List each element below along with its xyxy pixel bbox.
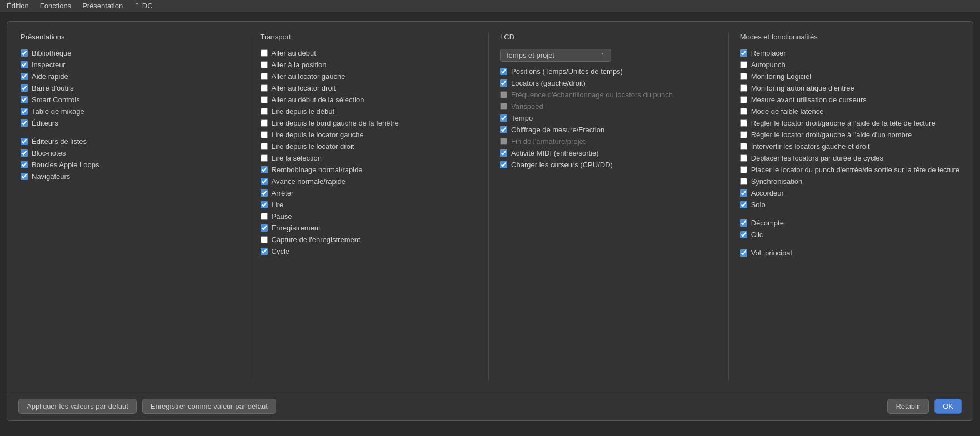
checkbox-rembobinage[interactable]: Rembobinage normal/rapide — [261, 166, 478, 174]
column-transport: Transport Aller au début Aller à la posi… — [261, 33, 489, 380]
checkbox-autopunch[interactable]: Autopunch — [740, 61, 959, 69]
checkbox-deplacer-locators[interactable]: Déplacer les locators par durée de cycle… — [740, 154, 959, 162]
checkbox-regler-locator-nombre[interactable]: Régler le locator droit/gauche à l'aide … — [740, 131, 959, 139]
checkbox-boucles-apple[interactable]: Boucles Apple Loops — [21, 161, 238, 169]
checkbox-positions[interactable]: Positions (Temps/Unités de temps) — [500, 67, 717, 76]
checkbox-enregistrement[interactable]: Enregistrement — [261, 224, 478, 232]
checkbox-aller-locator-gauche[interactable]: Aller au locator gauche — [261, 72, 478, 81]
checkbox-aide-rapide[interactable]: Aide rapide — [21, 72, 238, 81]
checkbox-regler-locator-tete[interactable]: Régler le locator droit/gauche à l'aide … — [740, 119, 959, 127]
checkbox-decompte[interactable]: Décompte — [740, 219, 959, 227]
checkbox-capture-enregistrement[interactable]: Capture de l'enregistrement — [261, 235, 478, 244]
checkbox-aller-locator-droit[interactable]: Aller au locator droit — [261, 84, 478, 92]
checkbox-lire-locator-gauche[interactable]: Lire depuis le locator gauche — [261, 131, 478, 139]
checkbox-chiffrage[interactable]: Chiffrage de mesure/Fraction — [500, 126, 717, 134]
column-modes: Modes et fonctionnalités Remplacer Autop… — [740, 33, 959, 380]
checkbox-avance[interactable]: Avance normale/rapide — [261, 177, 478, 186]
checkbox-intervertir-locators[interactable]: Intervertir les locators gauche et droit — [740, 142, 959, 151]
ok-button[interactable]: OK — [934, 399, 962, 414]
checkbox-bibliotheque[interactable]: Bibliothèque — [21, 49, 238, 57]
checkbox-locators[interactable]: Locators (gauche/droit) — [500, 79, 717, 87]
menu-edition[interactable]: Édition — [7, 2, 29, 10]
apply-defaults-button[interactable]: Appliquer les valeurs par défaut — [18, 399, 137, 414]
menu-dc[interactable]: ⌃ DC — [134, 2, 152, 10]
checkbox-accordeur[interactable]: Accordeur — [740, 189, 959, 197]
column-presentations: Présentations Bibliothèque Inspecteur Ai… — [21, 33, 249, 380]
checkbox-barre-outils[interactable]: Barre d'outils — [21, 84, 238, 92]
checkbox-table-mixage[interactable]: Table de mixage — [21, 107, 238, 116]
checkbox-aller-position[interactable]: Aller à la position — [261, 61, 478, 69]
checkbox-varispeed[interactable]: Varispeed — [500, 102, 717, 111]
checkbox-aller-debut-selection[interactable]: Aller au début de la sélection — [261, 96, 478, 104]
checkbox-remplacer[interactable]: Remplacer — [740, 49, 959, 57]
checkbox-synchronisation[interactable]: Synchronisation — [740, 177, 959, 186]
checkbox-smart-controls[interactable]: Smart Controls — [21, 96, 238, 104]
checkbox-tempo[interactable]: Tempo — [500, 114, 717, 122]
checkbox-solo[interactable]: Solo — [740, 201, 959, 209]
menu-presentation[interactable]: Présentation — [82, 2, 123, 10]
save-defaults-button[interactable]: Enregistrer comme valeur par défaut — [142, 399, 276, 414]
dialog-footer: Appliquer les valeurs par défaut Enregis… — [7, 392, 973, 420]
checkbox-lire-bord-gauche[interactable]: Lire depuis le bord gauche de la fenêtre — [261, 119, 478, 127]
checkbox-editeurs-listes[interactable]: Éditeurs de listes — [21, 137, 238, 146]
menu-fonctions[interactable]: Fonctions — [40, 2, 71, 10]
lcd-dropdown[interactable]: Temps et projet Temps seulement Projet s… — [500, 49, 611, 62]
checkbox-fin-armature[interactable]: Fin de l'armature/projet — [500, 137, 717, 146]
checkbox-pause[interactable]: Pause — [261, 212, 478, 220]
checkbox-lire[interactable]: Lire — [261, 201, 478, 209]
dialog: Présentations Bibliothèque Inspecteur Ai… — [7, 21, 973, 421]
checkbox-frequence[interactable]: Fréquence d'échantillonnage ou locators … — [500, 91, 717, 99]
checkbox-mesure-avant[interactable]: Mesure avant utilisation de curseurs — [740, 96, 959, 104]
checkbox-inspecteur[interactable]: Inspecteur — [21, 61, 238, 69]
checkbox-charger-curseurs[interactable]: Charger les curseurs (CPU/DD) — [500, 161, 717, 169]
checkbox-lire-selection[interactable]: Lire la sélection — [261, 154, 478, 162]
checkbox-lire-debut[interactable]: Lire depuis le début — [261, 107, 478, 116]
checkbox-monitoring-logiciel[interactable]: Monitoring Logiciel — [740, 72, 959, 81]
checkbox-mode-faible-latence[interactable]: Mode de faible latence — [740, 107, 959, 116]
checkbox-lire-locator-droit[interactable]: Lire depuis le locator droit — [261, 142, 478, 151]
column-title-modes: Modes et fonctionnalités — [740, 33, 959, 41]
column-title-presentations: Présentations — [21, 33, 238, 41]
checkbox-aller-debut[interactable]: Aller au début — [261, 49, 478, 57]
column-title-transport: Transport — [261, 33, 478, 41]
checkbox-clic[interactable]: Clic — [740, 230, 959, 239]
checkbox-bloc-notes[interactable]: Bloc-notes — [21, 149, 238, 157]
checkbox-editeurs[interactable]: Éditeurs — [21, 119, 238, 127]
column-title-lcd: LCD — [500, 33, 717, 41]
reset-button[interactable]: Rétablir — [887, 399, 929, 414]
checkbox-navigateurs[interactable]: Navigateurs — [21, 172, 238, 181]
checkbox-placer-locator-punch[interactable]: Placer le locator du punch d'entrée/de s… — [740, 166, 959, 174]
menu-bar: Édition Fonctions Présentation ⌃ DC — [0, 0, 980, 12]
column-lcd: LCD Temps et projet Temps seulement Proj… — [500, 33, 729, 380]
checkbox-activite-midi[interactable]: Activité MIDI (entrée/sortie) — [500, 149, 717, 157]
checkbox-vol-principal[interactable]: Vol. principal — [740, 249, 959, 257]
checkbox-cycle[interactable]: Cycle — [261, 247, 478, 255]
checkbox-monitoring-auto[interactable]: Monitoring automatique d'entrée — [740, 84, 959, 92]
checkbox-arreter[interactable]: Arrêter — [261, 189, 478, 197]
